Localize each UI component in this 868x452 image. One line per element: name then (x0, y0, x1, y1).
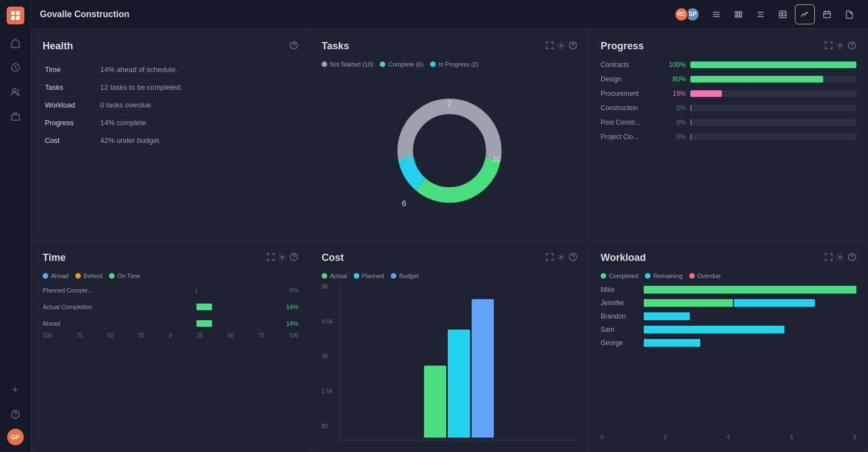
time-x-100-right: 100 (289, 332, 298, 338)
progress-help-icon[interactable] (848, 41, 856, 52)
toolbar-align-icon[interactable] (751, 4, 771, 24)
sidebar-item-clock[interactable] (6, 58, 25, 78)
wl-legend: Completed Remaining Overdue (601, 273, 856, 279)
progress-settings-icon[interactable] (836, 42, 844, 52)
svg-rect-2 (11, 16, 15, 20)
svg-rect-3 (16, 16, 20, 20)
toolbar-list-icon[interactable] (706, 4, 726, 24)
progress-tick-clo (690, 133, 691, 140)
workload-actions (825, 253, 856, 263)
tasks-title: Tasks (322, 40, 349, 52)
time-settings-icon[interactable] (278, 253, 286, 263)
cost-bar-budget (472, 299, 494, 438)
sidebar: + GP (0, 0, 31, 452)
progress-label-contracts: Contracts (601, 61, 662, 69)
toolbar-dashboard-icon[interactable] (795, 4, 815, 24)
legend-overdue: Overdue (689, 273, 721, 279)
workload-expand-icon[interactable] (825, 253, 833, 263)
cost-settings-icon[interactable] (557, 253, 565, 263)
topbar: Govalle Construction RC GP (31, 0, 868, 29)
legend-label-complete: Complete (6) (388, 61, 423, 68)
time-x-25-right: 25 (197, 332, 203, 338)
sidebar-add[interactable]: + (6, 380, 25, 400)
sidebar-item-portfolio[interactable] (6, 106, 25, 126)
legend-budget: Budget (391, 273, 418, 279)
workload-help-icon[interactable] (848, 253, 856, 263)
progress-expand-icon[interactable] (825, 42, 833, 51)
cost-y-6k: 6K (322, 284, 333, 290)
legend-label-actual: Actual (330, 273, 347, 279)
legend-label-not-started: Not Started (10) (330, 61, 373, 68)
time-x-50-left: 50 (107, 332, 113, 338)
wl-bar-jennifer-completed (644, 299, 733, 307)
cost-bars-wrapper (340, 284, 577, 440)
legend-remaining: Remaining (645, 273, 683, 279)
cost-legend: Actual Planned Budget (322, 273, 577, 279)
svg-point-39 (560, 256, 562, 258)
sidebar-item-home[interactable] (6, 33, 25, 53)
legend-label-ahead: Ahead (51, 273, 69, 279)
wl-label-sam: Sam (601, 326, 639, 333)
time-x-50-right: 50 (228, 332, 234, 338)
progress-row-contracts: Contracts 100% (601, 61, 856, 69)
health-panel: Health Time 14% ahead of schedule. Tasks… (31, 29, 310, 240)
app-logo[interactable] (7, 7, 24, 24)
workload-header: Workload (601, 252, 856, 264)
tasks-help-icon[interactable] (569, 41, 577, 52)
wl-bar-sam-remaining (644, 326, 784, 333)
tasks-expand-icon[interactable] (546, 42, 554, 51)
toolbar-file-icon[interactable] (839, 4, 859, 24)
svg-text:6: 6 (402, 199, 406, 208)
wl-x-8: 8 (853, 434, 856, 440)
health-row-progress: Progress 14% complete. (43, 114, 298, 132)
time-panel: Time Ahead (31, 240, 310, 452)
progress-track-contracts (690, 61, 856, 68)
svg-point-41 (839, 256, 841, 258)
wl-bar-george-remaining (644, 339, 700, 347)
svg-point-35 (839, 44, 841, 47)
progress-fill-design (690, 76, 823, 83)
time-label-planned: Planned Comple... (43, 287, 115, 294)
tasks-actions (546, 41, 577, 52)
time-legend: Ahead Behind On Time (43, 273, 298, 279)
wl-label-jennifer: Jennifer (601, 299, 639, 307)
page-title: Govalle Construction (40, 9, 668, 19)
workload-settings-icon[interactable] (836, 253, 844, 263)
legend-dot-budget (391, 273, 396, 279)
time-label-ahead: Ahead (43, 320, 115, 327)
wl-row-brandon: Brandon (601, 312, 856, 320)
time-actions (267, 253, 298, 263)
progress-label-post-constr: Post Constr... (601, 119, 662, 126)
sidebar-item-users[interactable] (6, 82, 25, 102)
health-row-workload: Workload 0 tasks overdue. (43, 96, 298, 114)
health-row-tasks: Tasks 12 tasks to be completed. (43, 79, 298, 96)
health-help-icon[interactable] (290, 41, 298, 52)
avatar-rc[interactable]: RC (674, 7, 689, 22)
time-help-icon[interactable] (290, 253, 298, 263)
time-expand-icon[interactable] (267, 253, 275, 263)
user-avatar[interactable]: GP (7, 429, 24, 445)
legend-label-in-progress: In Progress (2) (438, 61, 479, 68)
cost-y-4.5k: 4.5K (322, 319, 333, 325)
toolbar-calendar-icon[interactable] (817, 4, 837, 24)
progress-tick-construction (690, 105, 691, 111)
svg-rect-13 (740, 12, 742, 17)
toolbar-table-icon[interactable] (773, 4, 793, 24)
tasks-settings-icon[interactable] (557, 42, 565, 52)
cost-actions (546, 253, 577, 263)
cost-expand-icon[interactable] (546, 253, 554, 263)
progress-row-project-clo: Project Clo... 0% (601, 133, 856, 141)
health-row-time: Time 14% ahead of schedule. (43, 61, 298, 79)
time-rows: Planned Comple... 0% Actual Completion 1… (43, 286, 298, 328)
dashboard: Health Time 14% ahead of schedule. Tasks… (31, 29, 868, 452)
toolbar-columns-icon[interactable] (728, 4, 748, 24)
cost-help-icon[interactable] (569, 253, 577, 263)
legend-label-budget: Budget (399, 273, 418, 279)
progress-pct-contracts: 100% (666, 61, 686, 69)
wl-bar-jennifer-remaining (734, 299, 815, 307)
sidebar-help[interactable] (6, 404, 25, 424)
health-value-cost: 42% under budget. (98, 132, 298, 150)
time-row-ahead: Ahead 14% (43, 319, 298, 328)
health-value-tasks: 12 tasks to be completed. (98, 79, 298, 96)
legend-dot-on-time (109, 273, 115, 279)
